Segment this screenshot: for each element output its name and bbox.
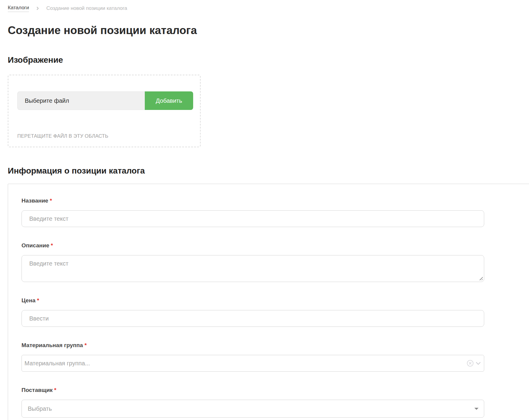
- material-group-select-icons: [467, 355, 482, 371]
- description-label: Описание*: [21, 242, 529, 249]
- supplier-placeholder: Выбрать: [28, 405, 52, 412]
- material-group-select[interactable]: Материальная группа...: [21, 355, 484, 372]
- add-file-button[interactable]: Добавить: [145, 91, 193, 110]
- price-input[interactable]: [21, 310, 484, 327]
- name-input[interactable]: [21, 210, 484, 227]
- clear-circle-icon[interactable]: [467, 360, 474, 367]
- form-group-name: Название*: [21, 197, 529, 227]
- catalog-item-form-panel: Название* Описание* Цена* Материальная г: [8, 184, 529, 420]
- dropzone-hint: ПЕРЕТАЩИТЕ ФАЙЛ В ЭТУ ОБЛАСТЬ: [17, 133, 108, 139]
- dropdown-arrow-icon: [474, 408, 479, 410]
- description-textarea[interactable]: [21, 255, 484, 282]
- name-label: Название*: [21, 197, 529, 204]
- material-group-label-text: Материальная группа: [21, 342, 83, 348]
- choose-file-field[interactable]: Выберите файл: [17, 91, 145, 110]
- form-group-description: Описание*: [21, 242, 529, 282]
- material-group-label: Материальная группа*: [21, 342, 529, 349]
- file-input-row: Выберите файл Добавить: [17, 91, 193, 110]
- image-section-heading: Изображение: [8, 55, 529, 65]
- breadcrumb-link-catalogs[interactable]: Каталоги: [8, 5, 29, 12]
- info-section-heading: Информация о позиции каталога: [8, 166, 529, 176]
- breadcrumb-current: Создание новой позиции каталога: [46, 5, 127, 11]
- required-asterisk: *: [54, 387, 56, 393]
- chevron-down-icon[interactable]: [475, 360, 482, 367]
- page-title: Создание новой позиции каталога: [8, 24, 529, 37]
- material-group-placeholder: Материальная группа...: [24, 360, 90, 367]
- supplier-label: Поставщик*: [21, 387, 529, 393]
- required-asterisk: *: [51, 242, 53, 249]
- required-asterisk: *: [37, 297, 39, 303]
- file-dropzone[interactable]: Выберите файл Добавить ПЕРЕТАЩИТЕ ФАЙЛ В…: [8, 75, 201, 147]
- form-group-supplier: Поставщик* Выбрать: [21, 387, 529, 418]
- supplier-select[interactable]: Выбрать: [21, 400, 484, 418]
- required-asterisk: *: [50, 197, 52, 204]
- price-label-text: Цена: [21, 297, 36, 303]
- supplier-label-text: Поставщик: [21, 387, 53, 393]
- chevron-right-icon: [36, 6, 40, 10]
- page-content: Каталоги Создание новой позиции каталога…: [0, 0, 529, 420]
- breadcrumb: Каталоги Создание новой позиции каталога: [8, 5, 529, 12]
- form-group-material-group: Материальная группа* Материальная группа…: [21, 342, 529, 372]
- required-asterisk: *: [84, 342, 87, 348]
- description-textarea-wrap: [21, 255, 484, 282]
- price-label: Цена*: [21, 297, 529, 304]
- description-label-text: Описание: [21, 242, 49, 249]
- name-label-text: Название: [21, 197, 48, 204]
- form-group-price: Цена*: [21, 297, 529, 327]
